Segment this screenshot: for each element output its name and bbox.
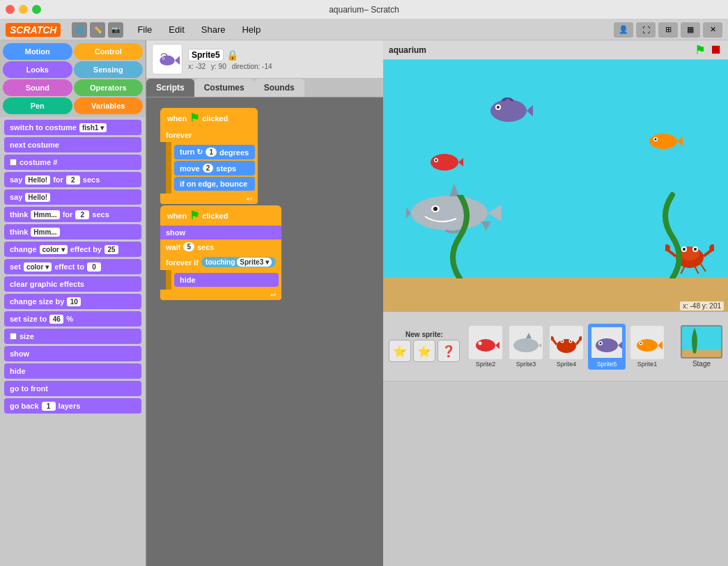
costume-checkbox[interactable] bbox=[10, 159, 17, 166]
upload-sprite-button[interactable]: ⭐ bbox=[413, 340, 435, 362]
cat-pen[interactable]: Pen bbox=[3, 97, 72, 114]
script-group-2: when ⚑ clicked show wait 5 secs forever … bbox=[160, 205, 281, 300]
block-clear-effects[interactable]: clear graphic effects bbox=[4, 276, 141, 292]
minimize-button[interactable] bbox=[19, 5, 28, 14]
cat-operators[interactable]: Operators bbox=[74, 79, 144, 96]
sprite-name-box[interactable]: Sprite5 bbox=[188, 49, 224, 61]
cat-sensing[interactable]: Sensing bbox=[74, 61, 144, 78]
stage-header: aquarium ⚑ ⏹ bbox=[383, 40, 728, 60]
stage-canvas[interactable]: x: -48 y: 201 bbox=[383, 60, 728, 312]
right-panel: aquarium ⚑ ⏹ bbox=[383, 40, 728, 566]
cat-motion[interactable]: Motion bbox=[3, 43, 72, 60]
titlebar: aquarium– Scratch bbox=[0, 0, 728, 19]
block-go-back[interactable]: go back 1 layers bbox=[4, 398, 141, 414]
hat-block-1[interactable]: when ⚑ clicked bbox=[160, 108, 258, 128]
hide-block[interactable]: hide bbox=[174, 273, 279, 287]
block-switch-costume[interactable]: switch to costume fish1 ▾ bbox=[4, 120, 141, 135]
globe-icon[interactable]: 🌐 bbox=[72, 22, 87, 38]
sprite-name-row: Sprite5 🔒 bbox=[188, 49, 272, 61]
window-controls[interactable] bbox=[6, 5, 41, 14]
block-next-costume[interactable]: next costume bbox=[4, 137, 141, 152]
svg-point-59 bbox=[640, 343, 642, 344]
window-title: aquarium– Scratch bbox=[329, 5, 399, 15]
svg-line-31 bbox=[695, 266, 699, 274]
block-set-effect[interactable]: set color ▾ effect to 0 bbox=[4, 259, 141, 274]
block-show[interactable]: show bbox=[4, 346, 141, 361]
svg-point-36 bbox=[694, 248, 697, 251]
sprite-thumb-4[interactable]: Sprite4 bbox=[548, 324, 585, 370]
stage-item[interactable]: Stage bbox=[681, 325, 722, 368]
orange-fish bbox=[644, 129, 683, 154]
sprite-thumb-3[interactable]: Sprite3 bbox=[507, 324, 545, 370]
menu-help[interactable]: Help bbox=[239, 23, 263, 36]
cat-control[interactable]: Control bbox=[74, 43, 144, 60]
cat-looks[interactable]: Looks bbox=[3, 61, 72, 78]
move-block[interactable]: move 2 steps bbox=[174, 161, 255, 175]
random-sprite-button[interactable]: ❓ bbox=[437, 340, 460, 362]
user-icon[interactable]: 👤 bbox=[614, 22, 633, 38]
stage-area: aquarium ⚑ ⏹ bbox=[383, 40, 728, 312]
fullscreen-icon[interactable]: ⛶ bbox=[636, 22, 656, 38]
hat-block-2[interactable]: when ⚑ clicked bbox=[160, 205, 281, 226]
tab-sounds[interactable]: Sounds bbox=[254, 79, 304, 97]
center-panel: Sprite5 🔒 x: -32 y: 90 direction: -14 Sc… bbox=[146, 40, 383, 566]
cat-variables[interactable]: Variables bbox=[74, 97, 144, 114]
block-think-for[interactable]: think Hmm... for 2 secs bbox=[4, 207, 141, 222]
costume-dropdown[interactable]: fish1 ▾ bbox=[79, 123, 107, 132]
menu-edit[interactable]: Edit bbox=[166, 23, 187, 36]
turn-block[interactable]: turn ↻ 1 degrees bbox=[174, 145, 255, 159]
stop-button[interactable]: ⏹ bbox=[710, 42, 722, 57]
sprite-thumb-2[interactable]: Sprite2 bbox=[467, 324, 504, 370]
menu-file[interactable]: File bbox=[134, 23, 155, 36]
camera-icon[interactable]: 📷 bbox=[108, 22, 123, 38]
forever-if-block[interactable]: forever if touching Sprite3 ▾ bbox=[160, 254, 281, 270]
red-fish bbox=[425, 150, 463, 175]
svg-marker-9 bbox=[527, 104, 533, 118]
grid-icon[interactable]: ⊞ bbox=[658, 22, 678, 38]
wait-block[interactable]: wait 5 secs bbox=[160, 239, 281, 254]
block-hide[interactable]: hide bbox=[4, 363, 141, 379]
block-change-size[interactable]: change size by 10 bbox=[4, 294, 141, 309]
svg-point-7 bbox=[435, 159, 437, 162]
settings-icon[interactable]: ✕ bbox=[703, 22, 722, 38]
block-costume-num[interactable]: costume # bbox=[4, 155, 141, 170]
layout-icon[interactable]: ▦ bbox=[681, 22, 700, 38]
sprite-x: x: -32 bbox=[188, 63, 206, 70]
size-checkbox[interactable] bbox=[10, 333, 17, 340]
svg-marker-17 bbox=[488, 203, 502, 223]
stage-label: Stage bbox=[692, 360, 711, 368]
menu-share[interactable]: Share bbox=[199, 23, 229, 36]
menu-right-controls: 👤 ⛶ ⊞ ▦ ✕ bbox=[614, 22, 722, 38]
edit-icon[interactable]: ✏️ bbox=[90, 22, 105, 38]
sprite4-image bbox=[550, 326, 583, 359]
block-go-front[interactable]: go to front bbox=[4, 381, 141, 396]
script-area[interactable]: when ⚑ clicked forever turn ↻ 1 degrees … bbox=[146, 97, 383, 566]
tabs: Scripts Costumes Sounds bbox=[146, 79, 383, 97]
close-button[interactable] bbox=[6, 5, 15, 14]
sprite-preview bbox=[152, 44, 183, 74]
sprite-thumb-1[interactable]: Sprite1 bbox=[628, 324, 666, 370]
forever-block[interactable]: forever bbox=[160, 128, 258, 142]
maximize-button[interactable] bbox=[32, 5, 41, 14]
svg-marker-38 bbox=[495, 340, 499, 350]
sprite-y: y: 90 bbox=[211, 63, 226, 70]
block-size-reporter[interactable]: size bbox=[4, 329, 141, 344]
paint-sprite-button[interactable]: ⭐ bbox=[389, 340, 411, 362]
tab-costumes[interactable]: Costumes bbox=[194, 79, 254, 97]
svg-marker-22 bbox=[406, 207, 411, 219]
svg-point-37 bbox=[476, 339, 495, 352]
block-say[interactable]: say Hello! bbox=[4, 189, 141, 205]
bounce-block[interactable]: if on edge, bounce bbox=[174, 177, 255, 191]
block-think[interactable]: think Hmm... bbox=[4, 224, 141, 239]
block-set-size[interactable]: set size to 46 % bbox=[4, 311, 141, 327]
green-flag-button[interactable]: ⚑ bbox=[695, 42, 706, 58]
block-change-effect[interactable]: change color ▾ effect by 25 bbox=[4, 242, 141, 257]
show-block[interactable]: show bbox=[160, 226, 281, 239]
tab-scripts[interactable]: Scripts bbox=[146, 79, 194, 97]
sprite-thumb-5[interactable]: Sprite5 bbox=[588, 324, 626, 370]
block-say-for[interactable]: say Hello! for 2 secs bbox=[4, 172, 141, 187]
svg-marker-5 bbox=[458, 156, 463, 168]
forever-inner: turn ↻ 1 degrees move 2 steps if on edge… bbox=[166, 142, 258, 194]
cat-sound[interactable]: Sound bbox=[3, 79, 72, 96]
new-sprite-buttons: ⭐ ⭐ ❓ bbox=[389, 340, 460, 362]
